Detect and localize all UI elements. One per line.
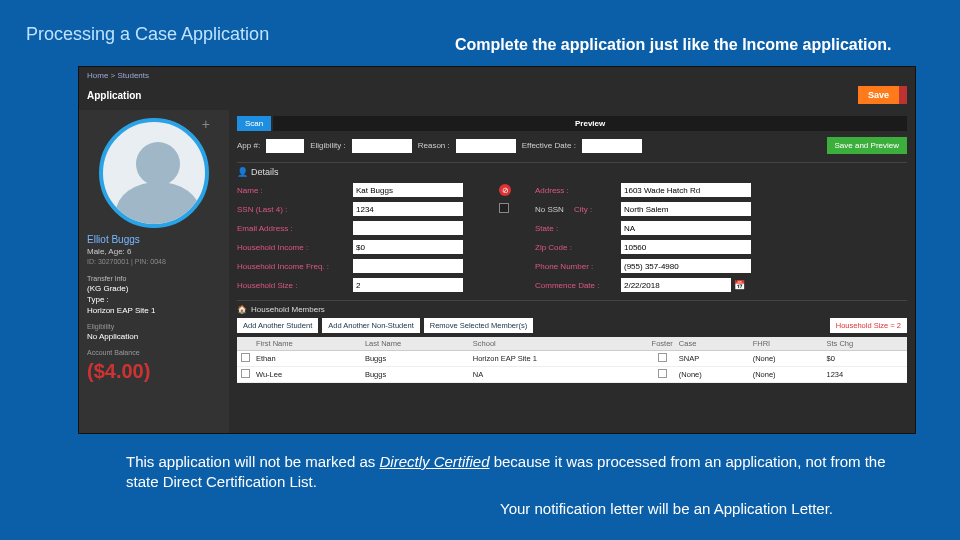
phone-input[interactable] xyxy=(621,259,751,273)
no-ssn-checkbox[interactable] xyxy=(499,203,509,213)
members-table: First Name Last Name School Foster Case … xyxy=(237,337,907,383)
ssn-input[interactable] xyxy=(353,202,463,216)
commence-date-input[interactable] xyxy=(621,278,731,292)
effective-date-label: Effective Date : xyxy=(522,141,576,150)
save-button[interactable]: Save xyxy=(858,86,907,104)
house-icon: 🏠 xyxy=(237,305,247,314)
table-row[interactable]: Ethan Buggs Horizon EAP Site 1 SNAP (Non… xyxy=(237,351,907,367)
state-label: State : xyxy=(535,224,615,233)
state-input[interactable] xyxy=(621,221,751,235)
eligibility-input[interactable] xyxy=(352,139,412,153)
col-foster: Foster xyxy=(649,337,676,351)
name-label: Name : xyxy=(237,186,347,195)
save-and-preview-button[interactable]: Save and Preview xyxy=(827,137,907,154)
details-header: Details xyxy=(251,167,279,177)
address-label: Address : xyxy=(535,186,615,195)
email-input[interactable] xyxy=(353,221,463,235)
city-input[interactable] xyxy=(621,202,751,216)
app-number-label: App #: xyxy=(237,141,260,150)
app-number-input[interactable] xyxy=(266,139,304,153)
page-title: Application xyxy=(87,90,141,101)
slide-subtitle: Complete the application just like the I… xyxy=(455,36,892,54)
calendar-icon[interactable]: 📅 xyxy=(734,280,745,290)
reason-label: Reason : xyxy=(418,141,450,150)
email-label: Email Address : xyxy=(237,224,347,233)
name-input[interactable] xyxy=(353,183,463,197)
footnote-1: This application will not be marked as D… xyxy=(126,452,900,493)
ssn-label: SSN (Last 4) : xyxy=(237,205,347,214)
profile-type: Type : xyxy=(87,295,221,304)
hh-freq-label: Household Income Freq. : xyxy=(237,262,347,271)
profile-id: ID: 30270001 | PIN: 0048 xyxy=(87,258,221,265)
profile-elig-value: No Application xyxy=(87,332,221,341)
eligibility-label: Eligibility : xyxy=(310,141,346,150)
row-checkbox[interactable] xyxy=(241,369,250,378)
remove-member-button[interactable]: Remove Selected Member(s) xyxy=(424,318,534,333)
add-student-button[interactable]: Add Another Student xyxy=(237,318,318,333)
household-members-header: Household Members xyxy=(251,305,325,314)
add-nonstudent-button[interactable]: Add Another Non-Student xyxy=(322,318,419,333)
hh-size-label: Household Size : xyxy=(237,281,347,290)
error-icon: ⊘ xyxy=(499,184,511,196)
profile-balance: ($4.00) xyxy=(87,360,221,383)
phone-label: Phone Number : xyxy=(535,262,615,271)
profile-elig-label: Eligibility xyxy=(87,323,221,330)
profile-name: Elliot Buggs xyxy=(87,234,221,245)
city-label: No SSNCity : xyxy=(535,205,615,214)
zip-input[interactable] xyxy=(621,240,751,254)
col-case: Case xyxy=(676,337,750,351)
footnote-2: Your notification letter will be an Appl… xyxy=(500,500,920,517)
user-icon: 👤 xyxy=(237,167,247,177)
profile-balance-label: Account Balance xyxy=(87,349,221,356)
profile-panel: + Elliot Buggs Male, Age: 6 ID: 30270001… xyxy=(79,110,229,434)
col-fhri: FHRI xyxy=(750,337,824,351)
household-size-badge: Household Size = 2 xyxy=(830,318,907,333)
hh-freq-input[interactable] xyxy=(353,259,463,273)
zip-label: Zip Code : xyxy=(535,243,615,252)
tab-preview[interactable]: Preview xyxy=(273,116,907,131)
col-first: First Name xyxy=(253,337,362,351)
reason-input[interactable] xyxy=(456,139,516,153)
slide-title: Processing a Case Application xyxy=(26,24,269,45)
foster-checkbox[interactable] xyxy=(658,369,667,378)
profile-site: Horizon EAP Site 1 xyxy=(87,306,221,315)
address-input[interactable] xyxy=(621,183,751,197)
effective-date-input[interactable] xyxy=(582,139,642,153)
avatar xyxy=(99,118,209,228)
profile-grade: (KG Grade) xyxy=(87,284,221,293)
main-panel: Scan Preview App #: Eligibility : Reason… xyxy=(229,110,915,434)
hh-size-input[interactable] xyxy=(353,278,463,292)
profile-meta: Male, Age: 6 xyxy=(87,247,221,256)
col-check xyxy=(237,337,253,351)
hh-income-label: Household Income : xyxy=(237,243,347,252)
commence-date-label: Commence Date : xyxy=(535,281,615,290)
hh-income-input[interactable] xyxy=(353,240,463,254)
breadcrumb[interactable]: Home > Students xyxy=(79,67,915,84)
col-sts: Sts Chg xyxy=(824,337,907,351)
col-school: School xyxy=(470,337,649,351)
foster-checkbox[interactable] xyxy=(658,353,667,362)
app-window: Home > Students Application Save + Ellio… xyxy=(78,66,916,434)
transfer-info-label: Transfer Info xyxy=(87,275,221,282)
col-last: Last Name xyxy=(362,337,470,351)
tab-scan[interactable]: Scan xyxy=(237,116,271,131)
add-photo-icon[interactable]: + xyxy=(202,116,210,132)
table-row[interactable]: Wu-Lee Buggs NA (None) (None) 1234 xyxy=(237,367,907,383)
row-checkbox[interactable] xyxy=(241,353,250,362)
